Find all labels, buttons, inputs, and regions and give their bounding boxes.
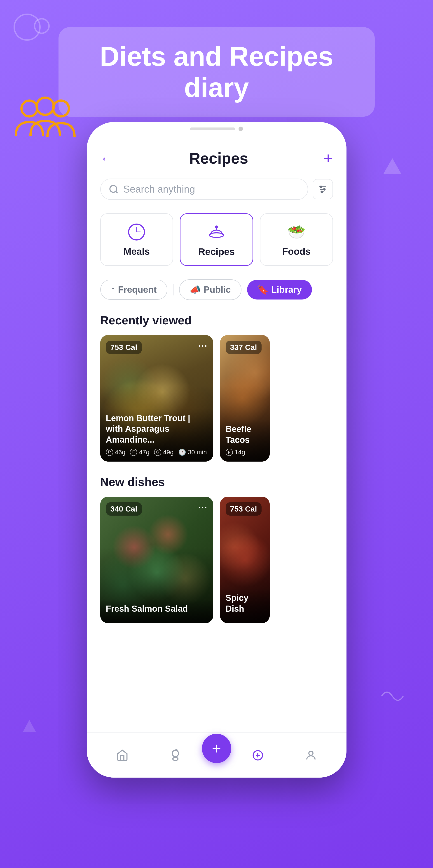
trout-title: Lemon Butter Trout | with Asparagus Aman… <box>106 413 208 445</box>
serving-dish-icon <box>208 224 225 241</box>
bg-decoration-squiggle <box>379 683 406 710</box>
meals-tab-label: Meals <box>123 246 150 257</box>
library-label: Library <box>271 285 302 295</box>
salad-title: Fresh Salmon Salad <box>106 603 208 614</box>
pill-divider-1 <box>173 284 173 296</box>
bottom-nav: + <box>87 733 346 778</box>
salad-more-btn[interactable]: ··· <box>198 502 207 513</box>
foods-tab-label: Foods <box>282 246 310 257</box>
nav-header: ← Recipes + <box>100 149 333 167</box>
pill-public[interactable]: 📣 Public <box>179 279 241 300</box>
trout-calories: 753 Cal <box>106 341 142 354</box>
carbs-value: 49g <box>163 449 174 456</box>
nav-recipes[interactable] <box>231 747 285 763</box>
svg-point-9 <box>321 191 323 193</box>
home-icon <box>114 747 130 763</box>
bg-decoration-triangle-2 <box>23 720 36 733</box>
trout-fat: F 47g <box>130 448 149 456</box>
protein-value: 46g <box>115 449 126 456</box>
pill-library[interactable]: 🔖 Library <box>247 280 312 300</box>
recipe-card-trout[interactable]: 753 Cal ··· Lemon Butter Trout | with As… <box>100 335 213 462</box>
time-value: 30 min <box>188 449 207 456</box>
tacos-protein-value: 14g <box>235 449 245 456</box>
notch-bar <box>190 127 235 130</box>
fat-value: 47g <box>139 449 149 456</box>
tacos-meta: P 14g <box>226 449 264 456</box>
phone-screen: ← Recipes + Search anything <box>87 122 346 733</box>
library-icon: 🔖 <box>257 284 269 295</box>
phone-notch <box>174 122 260 135</box>
recipe-card-tacos[interactable]: 337 Cal Beefle Tacos P 14g <box>220 335 270 462</box>
salad-calories: 340 Cal <box>106 502 142 516</box>
search-icon <box>109 184 119 194</box>
trout-info: Lemon Butter Trout | with Asparagus Aman… <box>100 408 213 462</box>
protein-icon-tacos: P <box>226 449 233 456</box>
nav-home[interactable] <box>96 747 149 763</box>
filter-icon <box>318 184 328 194</box>
trout-more-btn[interactable]: ··· <box>198 341 207 351</box>
carbs-icon: C <box>154 449 161 456</box>
new-dishes-cards: 340 Cal ··· Fresh Salmon Salad 753 Cal S… <box>100 497 333 623</box>
fork-spoon-icon <box>250 747 266 763</box>
recipes-tab-icon <box>206 222 227 242</box>
pill-frequent[interactable]: ↑ Frequent <box>100 280 167 300</box>
app-title: Diets and Recipes diary <box>79 41 355 103</box>
bg-decoration-circle-2 <box>34 18 50 34</box>
tacos-title: Beefle Tacos <box>226 424 264 445</box>
nav-profile[interactable] <box>285 747 337 763</box>
recipes-tab-label: Recipes <box>198 246 235 257</box>
filter-button[interactable] <box>312 179 333 199</box>
notch-camera <box>238 127 243 131</box>
fab-add-button[interactable]: + <box>202 734 231 763</box>
add-button[interactable]: + <box>324 149 333 167</box>
time-icon: 🕐 <box>178 448 186 456</box>
recently-viewed-title: Recently viewed <box>100 313 333 327</box>
svg-point-7 <box>320 186 322 188</box>
svg-point-12 <box>215 225 218 228</box>
svg-point-0 <box>22 101 37 116</box>
tab-foods[interactable]: 🥗 Foods <box>260 213 333 266</box>
public-label: Public <box>204 285 231 295</box>
person-icon <box>303 747 319 763</box>
category-tabs: Meals Recipes 🥗 Foods <box>100 213 333 266</box>
tab-meals[interactable]: Meals <box>100 213 173 266</box>
clock-hands <box>129 225 144 239</box>
search-bar: Search anything <box>100 179 333 200</box>
recipe-card-dish2[interactable]: 753 Cal Spicy Dish <box>220 497 270 623</box>
salad-info: Fresh Salmon Salad <box>100 599 213 623</box>
public-icon: 📣 <box>190 284 201 295</box>
back-button[interactable]: ← <box>100 151 114 166</box>
frequent-icon: ↑ <box>111 285 115 295</box>
fab-plus-icon: + <box>212 741 221 756</box>
search-placeholder: Search anything <box>123 184 195 195</box>
meals-tab-icon <box>127 222 147 242</box>
new-dishes-title: New dishes <box>100 475 333 489</box>
page-title: Recipes <box>189 149 248 167</box>
frequent-label: Frequent <box>118 285 157 295</box>
svg-point-1 <box>37 98 54 115</box>
filter-pills: ↑ Frequent 📣 Public 🔖 Library <box>100 279 333 300</box>
search-input-wrap[interactable]: Search anything <box>100 179 308 200</box>
phone-frame: ← Recipes + Search anything <box>87 122 346 778</box>
foods-tab-icon: 🥗 <box>286 222 306 242</box>
svg-point-3 <box>110 185 116 192</box>
dish2-title: Spicy Dish <box>226 593 264 614</box>
svg-point-13 <box>173 757 178 761</box>
tacos-calories: 337 Cal <box>226 341 262 354</box>
people-icon <box>13 95 77 145</box>
recipe-card-salad[interactable]: 340 Cal ··· Fresh Salmon Salad <box>100 497 213 623</box>
diet-icon <box>167 747 183 763</box>
trout-carbs: C 49g <box>154 448 174 456</box>
protein-icon: P <box>106 449 113 456</box>
recently-viewed-cards: 753 Cal ··· Lemon Butter Trout | with As… <box>100 335 333 462</box>
tacos-info: Beefle Tacos P 14g <box>220 419 270 462</box>
fat-icon: F <box>130 449 137 456</box>
svg-point-2 <box>53 101 69 116</box>
nav-diet[interactable] <box>149 747 202 763</box>
dish2-info: Spicy Dish <box>220 588 270 623</box>
tab-recipes[interactable]: Recipes <box>180 213 253 266</box>
header-banner: Diets and Recipes diary <box>59 27 375 117</box>
svg-point-15 <box>309 751 313 755</box>
svg-point-8 <box>324 188 325 190</box>
dish2-calories: 753 Cal <box>226 502 262 516</box>
